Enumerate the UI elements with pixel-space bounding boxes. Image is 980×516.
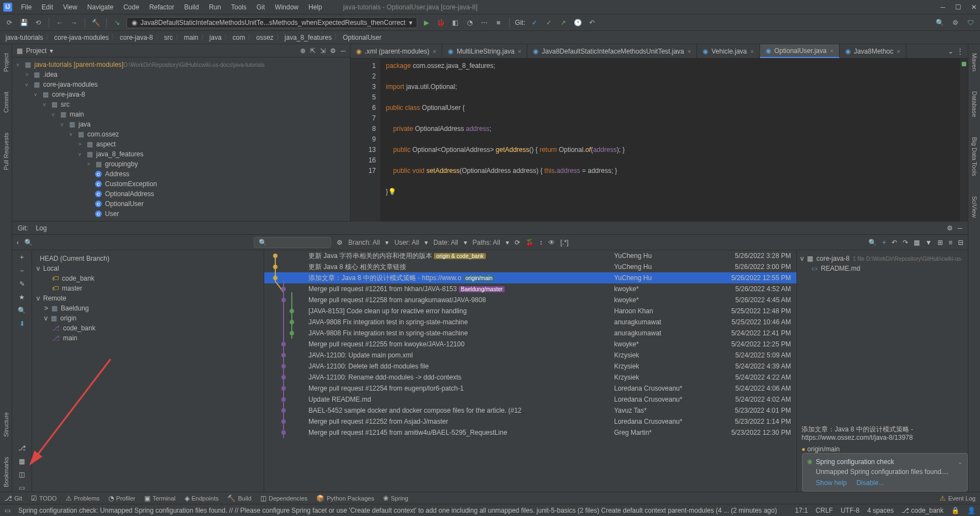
code-editor[interactable]: 12356789131617 package com.ossez.java_8_… [350, 59, 968, 221]
lock-icon[interactable]: 🔒 [951, 507, 960, 514]
tree-row[interactable]: COptionalAddress [12, 189, 350, 199]
save-icon[interactable]: 💾 [19, 18, 29, 28]
commit-tab[interactable]: Commit [2, 87, 11, 117]
commit-row[interactable]: Update README.md Loredana Crusoveanu*5/2… [264, 394, 796, 405]
event-log-tab[interactable]: ⚠ Event Log [940, 494, 976, 502]
sciview-tab[interactable]: SciView [970, 192, 979, 222]
commit-row[interactable]: JAVA-12100: Rename ddd-modules -> ddd-co… [264, 372, 796, 383]
commit-row[interactable]: JAVA-9808 Fix integration test in spring… [264, 317, 796, 328]
menu-tools[interactable]: Tools [227, 2, 251, 13]
search-icon[interactable]: 🔍 [18, 307, 26, 314]
menu-window[interactable]: Window [270, 2, 303, 13]
attach-icon[interactable]: ⋯ [479, 18, 489, 28]
breadcrumb-item[interactable]: src [164, 34, 173, 41]
star-icon[interactable]: ★ [19, 293, 25, 301]
commit-row[interactable]: 更新 Java 字符串相关的内容和使用的版本 origin & code_ban… [264, 250, 796, 261]
commit-row[interactable]: Merge pull request #12145 from amitiw4u/… [264, 427, 796, 438]
menu-build[interactable]: Build [180, 2, 203, 13]
forward-icon[interactable]: → [69, 18, 79, 28]
menu-help[interactable]: Help [304, 2, 327, 13]
close-icon[interactable]: × [433, 48, 436, 55]
editor-tab[interactable]: ◉Java8DefaultStaticIntefaceMethodsUnitTe… [527, 44, 697, 58]
git-tab[interactable]: Git: [18, 224, 28, 232]
shield-icon[interactable]: 🛡 [966, 18, 976, 28]
close-icon[interactable]: × [897, 48, 900, 55]
collapse-icon[interactable]: ⊟ [958, 239, 963, 246]
search-icon[interactable]: 🔍 [868, 239, 877, 246]
minimize-icon[interactable]: ─ [940, 3, 945, 11]
history-icon[interactable]: 🕐 [573, 18, 583, 28]
sort-icon[interactable]: ↕ [539, 239, 543, 246]
log-tab[interactable]: Log [36, 224, 47, 232]
project-tab[interactable]: Project [2, 49, 11, 76]
tree-row[interactable]: v▦core-java-modules [12, 80, 350, 89]
structure-tab[interactable]: Structure [2, 408, 11, 441]
bottom-tab-dependencies[interactable]: ◫ Dependencies [260, 494, 307, 502]
chevron-down-icon[interactable]: ⌄ [957, 458, 963, 487]
gear-icon[interactable]: ⚙ [947, 224, 953, 232]
tree-row[interactable]: CAddress [12, 169, 350, 179]
coverage-icon[interactable]: ◧ [450, 18, 460, 28]
indent[interactable]: 4 spaces [867, 507, 894, 514]
sync-icon[interactable]: ⟳ [4, 18, 14, 28]
show-help-link[interactable]: Show help [816, 479, 847, 487]
pencil-icon[interactable]: ✎ [19, 280, 25, 288]
tree-row[interactable]: v▦java [12, 119, 350, 129]
inspector-icon[interactable]: 👤 [967, 507, 976, 514]
user-filter[interactable]: User: All [394, 239, 419, 246]
push-icon[interactable]: ↗ [558, 18, 568, 28]
menu-file[interactable]: File [17, 2, 36, 13]
menu-run[interactable]: Run [205, 2, 226, 13]
commit-row[interactable]: 更新 Java 8 核心 相关的文章链接 YuCheng Hu5/26/2022… [264, 261, 796, 272]
stash-icon[interactable]: ▭ [19, 484, 25, 492]
editor-tab[interactable]: ◉Java8Methoc× [840, 44, 906, 58]
branch-icon[interactable]: ⎇ [18, 444, 26, 452]
tree-row[interactable]: v▦main [12, 109, 350, 119]
commit-row[interactable]: Merge pull request #12258 from anuragkum… [264, 294, 796, 306]
bigdata-tab[interactable]: Big Data Tools [970, 133, 979, 181]
bottom-tab-problems[interactable]: ⚠ Problems [66, 494, 99, 502]
hammer-icon[interactable]: 🔨 [91, 18, 101, 28]
back-icon[interactable]: ← [55, 18, 65, 28]
editor-tab[interactable]: ◉Vehicle.java× [697, 44, 759, 58]
tree-row[interactable]: COptionalUser [12, 199, 350, 209]
remote-branch[interactable]: ⎇ code_bank [36, 323, 259, 333]
tree-row[interactable]: CUser [12, 209, 350, 219]
update-icon[interactable]: ✓ [530, 18, 539, 28]
menu-edit[interactable]: Edit [37, 2, 57, 13]
more-icon[interactable]: ⋮ [957, 48, 963, 55]
local-branch[interactable]: 🏷 code_bank [36, 273, 259, 283]
breadcrumb-item[interactable]: com [233, 34, 245, 41]
commit-row[interactable]: [JAVA-8153] Code clean up for reactive e… [264, 306, 796, 317]
debug-icon[interactable]: 🐞 [436, 18, 446, 28]
close-icon[interactable]: × [830, 48, 833, 54]
commit-row[interactable]: BAEL-5452 sample docker and docker compo… [264, 405, 796, 416]
rollback-icon[interactable]: ↶ [587, 18, 597, 28]
breadcrumb-item[interactable]: ossez [256, 34, 273, 41]
redo-icon[interactable]: ↷ [903, 239, 908, 246]
profile-icon[interactable]: ◔ [465, 18, 475, 28]
commit-row[interactable]: JAVA-9808 Fix integration test in spring… [264, 328, 796, 339]
tree-row[interactable]: >▦.idea [12, 70, 350, 80]
fetch-icon[interactable]: ⬇ [19, 320, 25, 328]
close-icon[interactable]: × [518, 48, 521, 55]
remote-group[interactable]: v Remote [36, 293, 259, 303]
local-branch[interactable]: 🏷 master [36, 283, 259, 293]
tree-root[interactable]: v▦java-tutorials [parent-modules] D:\Wor… [12, 60, 350, 70]
regex-icon[interactable]: [.*] [560, 239, 569, 246]
expand-icon[interactable]: ⇲ [320, 47, 326, 55]
collapse-icon[interactable]: ⇱ [310, 47, 316, 55]
commit-row[interactable]: Merge pull request #12261 from hkhan/JAV… [264, 283, 796, 294]
run-icon[interactable]: ▶ [422, 18, 432, 28]
line-separator[interactable]: CRLF [816, 507, 833, 514]
gear-icon[interactable]: ⚙ [330, 47, 336, 55]
breadcrumb-item[interactable]: OptionalUser [343, 34, 381, 41]
chevron-down-icon[interactable]: ▾ [50, 47, 53, 55]
pull-requests-tab[interactable]: Pull Requests [2, 128, 11, 175]
undo-icon[interactable]: ↶ [892, 239, 897, 246]
target-icon[interactable]: ⊕ [300, 47, 306, 55]
run-configuration-dropdown[interactable]: ◉ Java8DefaultStaticIntefaceMethodsUnitT… [127, 17, 417, 28]
gear-icon[interactable]: ⚙ [337, 239, 343, 246]
bottom-tab-profiler[interactable]: ◔ Profiler [108, 494, 135, 502]
bottom-tab-python-packages[interactable]: 📦 Python Packages [316, 494, 374, 502]
